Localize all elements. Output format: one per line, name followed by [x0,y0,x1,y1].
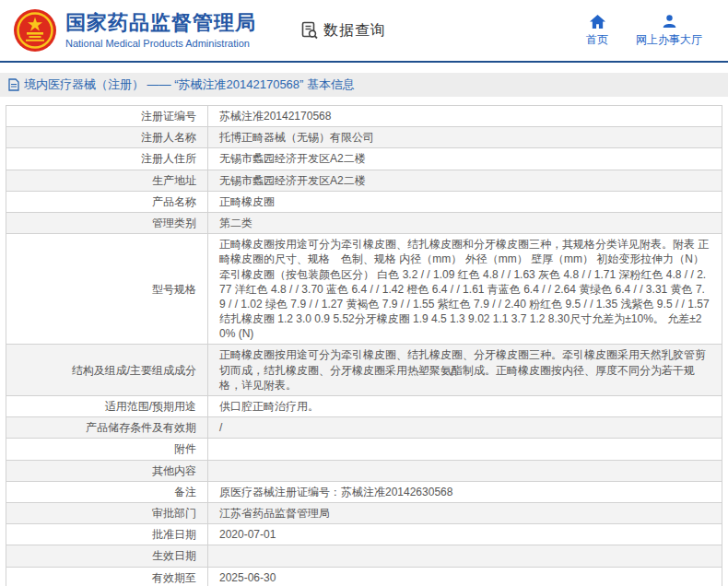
breadcrumb: 境内医疗器械（注册） —— “苏械注准20142170568” 基本信息 [0,73,728,97]
table-row: 注册人名称托博正畸器械（无锡）有限公司 [6,127,722,148]
nav-item-service-hall-label: 网上办事大厅 [636,32,702,48]
row-label: 审批部门 [6,502,208,523]
table-row: 生产地址无锡市蠡园经济开发区A2二楼 [6,170,722,191]
row-value: 托博正畸器械（无锡）有限公司 [208,127,722,148]
top-nav: 首页 网上办事大厅 [586,14,715,48]
person-icon [662,14,677,29]
data-query-button[interactable]: 数据查询 [300,21,386,41]
row-value [208,460,722,481]
row-label: 型号规格 [6,234,208,345]
table-row: 产品储存条件及有效期/ [6,417,722,439]
org-name-cn: 国家药品监督管理局 [65,12,256,34]
table-row: 产品名称正畸橡皮圈 [6,191,722,212]
row-value: 原医疗器械注册证编号：苏械注准20142630568 [208,481,722,502]
table-row: 型号规格正畸橡皮圈按用途可分为牵引橡皮圈、结扎橡皮圈和分牙橡皮圈三种，其规格分类… [6,234,722,345]
row-value: 2025-06-30 [208,567,722,586]
nav-item-home[interactable]: 首页 [586,14,608,48]
row-label: 生效日期 [6,545,208,567]
site-brand: 国家药品监督管理局 National Medical Products Admi… [13,8,256,53]
nav-item-service-hall[interactable]: 网上办事大厅 [636,14,702,48]
table-row: 注册人住所无锡市蠡园经济开发区A2二楼 [6,148,722,170]
page-title: 境内医疗器械（注册） —— “苏械注准20142170568” 基本信息 [24,76,355,93]
row-value: 正畸橡皮圈按用途可分为牵引橡皮圈、结扎橡皮圈和分牙橡皮圈三种，其规格分类详见附表… [208,234,722,345]
row-value: 供口腔正畸治疗用。 [208,396,722,417]
row-value: / [208,417,722,439]
table-row: 适用范围/预期用途供口腔正畸治疗用。 [6,396,722,417]
row-label: 注册人名称 [6,127,208,148]
row-value [208,439,722,460]
table-row: 结构及组成/主要组成成分正畸橡皮圈按用途可分为牵引橡皮圈、结扎橡皮圈、分牙橡皮圈… [6,345,722,396]
row-label: 其他内容 [6,460,208,481]
table-row: 审批部门江苏省药品监督管理局 [6,502,722,523]
table-row: 生效日期 [6,545,722,567]
row-value: 无锡市蠡园经济开发区A2二楼 [208,170,722,191]
document-icon [8,78,19,91]
row-value: 江苏省药品监督管理局 [208,502,722,523]
table-row: 注册证编号苏械注准20142170568 [6,106,722,127]
row-value: 正畸橡皮圈 [208,191,722,212]
registration-info-table: 注册证编号苏械注准20142170568注册人名称托博正畸器械（无锡）有限公司注… [6,105,722,586]
table-row: 批准日期2020-07-01 [6,524,722,545]
row-label: 产品名称 [6,191,208,212]
table-row: 管理类别第二类 [6,212,722,233]
row-label: 结构及组成/主要组成成分 [6,345,208,396]
row-value [208,545,722,567]
row-label: 注册人住所 [6,148,208,170]
row-value: 正畸橡皮圈按用途可分为牵引橡皮圈、结扎橡皮圈、分牙橡皮圈三种。牵引橡皮圈采用天然… [208,345,722,396]
table-row: 备注原医疗器械注册证编号：苏械注准20142630568 [6,481,722,502]
doc-search-icon [300,21,319,40]
row-label: 管理类别 [6,212,208,233]
home-icon [589,14,606,29]
table-row: 其他内容 [6,460,722,481]
national-emblem-icon [13,8,57,53]
row-label: 产品储存条件及有效期 [6,417,208,439]
row-value: 无锡市蠡园经济开发区A2二楼 [208,148,722,170]
row-label: 生产地址 [6,170,208,191]
brand-text: 国家药品监督管理局 National Medical Products Admi… [65,12,256,48]
data-query-label: 数据查询 [323,21,386,41]
row-label: 适用范围/预期用途 [6,396,208,417]
row-value: 第二类 [208,212,722,233]
row-label: 有效期至 [6,567,208,586]
nav-item-home-label: 首页 [586,32,608,48]
org-name-en: National Medical Products Administration [65,38,256,49]
table-row: 有效期至2025-06-30 [6,567,722,586]
site-header: 国家药品监督管理局 National Medical Products Admi… [0,0,728,63]
row-label: 备注 [6,481,208,502]
table-row: 附件 [6,439,722,460]
row-value: 2020-07-01 [208,524,722,545]
row-label: 附件 [6,439,208,460]
row-value: 苏械注准20142170568 [208,106,722,127]
row-label: 注册证编号 [6,106,208,127]
info-table-body: 注册证编号苏械注准20142170568注册人名称托博正畸器械（无锡）有限公司注… [6,106,722,586]
row-label: 批准日期 [6,524,208,545]
